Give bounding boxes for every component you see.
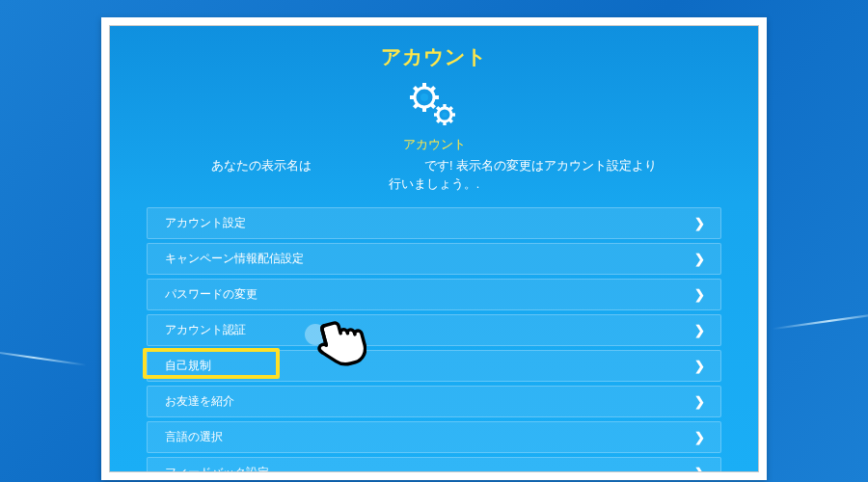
menu-item-4[interactable]: 自己規制❯ bbox=[147, 350, 721, 382]
menu-item-2[interactable]: パスワードの変更❯ bbox=[147, 279, 721, 310]
chevron-right-icon: ❯ bbox=[694, 287, 705, 302]
menu-item-7[interactable]: フィードバック設定❯ bbox=[147, 457, 721, 473]
menu-item-label: パスワードの変更 bbox=[165, 286, 258, 303]
menu-item-label: フィードバック設定 bbox=[165, 465, 269, 473]
background-streak-right bbox=[772, 312, 868, 331]
gears-icon bbox=[147, 78, 721, 130]
menu-item-label: アカウント設定 bbox=[165, 215, 246, 231]
chevron-right-icon: ❯ bbox=[694, 430, 705, 444]
menu-item-label: キャンペーン情報配信設定 bbox=[165, 251, 304, 267]
menu-item-6[interactable]: 言語の選択❯ bbox=[147, 421, 721, 453]
menu-item-5[interactable]: お友達を紹介❯ bbox=[147, 386, 721, 417]
menu-item-label: 自己規制 bbox=[165, 358, 211, 374]
description-suffix: です! 表示名の変更はアカウント設定より bbox=[424, 159, 657, 173]
svg-line-16 bbox=[437, 107, 440, 110]
svg-line-7 bbox=[431, 87, 435, 91]
menu-item-1[interactable]: キャンペーン情報配信設定❯ bbox=[147, 243, 721, 275]
svg-line-17 bbox=[449, 107, 452, 110]
chevron-right-icon: ❯ bbox=[694, 216, 705, 230]
chevron-right-icon: ❯ bbox=[694, 252, 705, 266]
svg-point-1 bbox=[420, 94, 428, 101]
highlight-box bbox=[143, 348, 280, 379]
chevron-right-icon: ❯ bbox=[694, 359, 705, 373]
description-line2: 行いましょう。. bbox=[389, 177, 479, 191]
chevron-right-icon: ❯ bbox=[694, 466, 705, 473]
window-frame: アカウント bbox=[101, 17, 767, 480]
page-title: アカウント bbox=[147, 43, 721, 70]
section-subtitle: アカウント bbox=[147, 136, 721, 153]
description-text: あなたの表示名は です! 表示名の変更はアカウント設定より 行いましょう。. bbox=[147, 157, 721, 207]
svg-point-11 bbox=[442, 112, 447, 117]
menu-item-0[interactable]: アカウント設定❯ bbox=[147, 207, 721, 239]
menu-item-label: アカウント認証 bbox=[165, 322, 246, 338]
svg-line-19 bbox=[449, 120, 452, 122]
svg-line-9 bbox=[431, 104, 435, 108]
svg-line-8 bbox=[414, 104, 418, 108]
chevron-right-icon: ❯ bbox=[694, 394, 705, 409]
chevron-right-icon: ❯ bbox=[694, 323, 705, 337]
svg-line-18 bbox=[437, 120, 440, 122]
account-panel: アカウント bbox=[109, 25, 759, 472]
background-streak-left bbox=[0, 349, 87, 365]
account-menu: アカウント設定❯キャンペーン情報配信設定❯パスワードの変更❯アカウント認証❯自己… bbox=[147, 207, 721, 473]
menu-item-label: 言語の選択 bbox=[165, 429, 223, 445]
description-prefix: あなたの表示名は bbox=[211, 159, 312, 173]
svg-line-6 bbox=[414, 87, 418, 91]
menu-item-3[interactable]: アカウント認証❯ bbox=[147, 314, 721, 346]
menu-item-label: お友達を紹介 bbox=[165, 393, 234, 410]
